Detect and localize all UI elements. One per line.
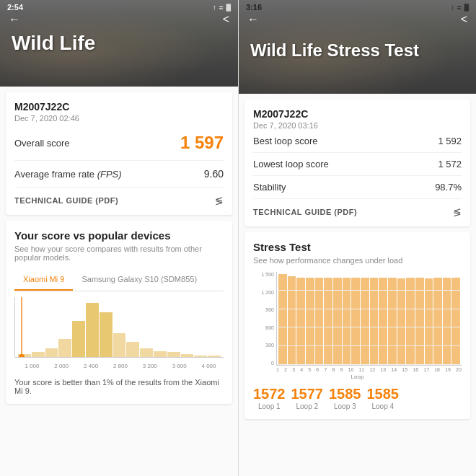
x-9: 9 [340,367,343,372]
x-11: 11 [359,367,365,372]
stress-bar-11 [370,278,379,365]
share-button[interactable]: < [223,13,229,26]
right-share-pdf-icon[interactable]: ≶ [453,206,462,218]
stress-bar-17 [425,278,433,365]
loop-score-1: 1572 Loop 1 [253,386,286,410]
right-device-date: Dec 7, 2020 03:16 [253,121,462,130]
stability-row: Stability 98.7% [253,176,462,199]
x-10: 10 [348,367,354,372]
y-label-900: 900 [265,307,274,312]
left-time: 2:54 [7,3,23,12]
stress-bar-2 [288,276,296,365]
x-15: 15 [402,367,407,372]
best-loop-row: Best loop score 1 592 [253,130,462,153]
x-5: 5 [308,367,311,372]
left-device-card: M2007J22C Dec 7, 2020 02:46 Overall scor… [6,92,232,215]
right-device-card: M2007J22C Dec 7, 2020 03:16 Best loop sc… [244,100,470,226]
stress-bar-3 [296,278,305,365]
loop-score-val-2: 1577 [291,386,324,402]
loop-score-2: 1577 Loop 2 [291,386,324,410]
x-17: 17 [423,367,429,372]
best-loop-label: Best loop score [253,136,318,146]
stress-subtitle: See how performance changes under load [253,256,462,265]
stability-value: 98.7% [435,182,462,193]
stress-bar-16 [415,278,424,365]
right-tech-guide-label: TECHNICAL GUIDE (PDF) [253,208,357,216]
r-signal-icon: ↑ [451,4,454,12]
left-tech-guide: TECHNICAL GUIDE (PDF) ≶ [14,195,224,206]
loop-score-label-3: Loop 3 [329,402,361,410]
left-comparison-card: Your score vs popular devices See how yo… [6,221,232,404]
x-axis-title: Loop [253,374,462,380]
x-axis-labels: 1 2 3 4 5 6 7 8 9 10 11 12 13 14 15 16 1 [253,367,462,372]
y-label-600: 600 [265,325,274,330]
left-overall-label: Overall score [14,138,70,149]
stress-bar-5 [315,278,324,365]
stress-bar-4 [306,278,314,365]
left-fps-label: Average frame rate (FPS) [14,169,122,180]
x-8: 8 [332,367,335,372]
right-time: 3:16 [246,3,262,12]
lowest-loop-row: Lowest loop score 1 572 [253,153,462,176]
right-share-button[interactable]: < [461,13,467,26]
back-button[interactable]: ← [9,13,20,26]
x-19: 19 [445,367,451,372]
right-status-icons: ↑ ≈ ▓ [451,4,469,12]
y-label-0: 0 [271,361,274,366]
left-score-row: Overall score 1 597 [14,133,224,161]
x-14: 14 [391,367,397,372]
y-axis: 1 500 1 200 900 600 300 0 [253,272,276,366]
stress-bar-19 [443,278,451,365]
x-label-1: 1 000 [25,363,39,369]
x-3: 3 [292,367,295,372]
right-back-button[interactable]: ← [247,13,259,26]
left-content: M2007J22C Dec 7, 2020 02:46 Overall scor… [0,87,238,476]
left-tabs: Xiaomi Mi 9 Samsung Galaxy S10 (SDM855) [14,269,224,291]
loop-score-val-3: 1585 [329,386,361,402]
right-device-name: M2007J22C [253,108,462,120]
left-tech-guide-label: TECHNICAL GUIDE (PDF) [14,196,118,205]
stress-chart: 1 500 1 200 900 600 300 0 [253,272,462,380]
y-label-300: 300 [265,343,274,348]
x-2: 2 [284,367,287,372]
x-7: 7 [324,367,327,372]
tab-samsung[interactable]: Samsung Galaxy S10 (SDM855) [73,269,206,291]
stress-bars [277,272,462,365]
loop-score-4: 1585 Loop 4 [367,386,400,410]
stress-bar-9 [351,278,360,365]
stress-bar-13 [388,278,397,365]
loop-score-val-4: 1585 [367,386,400,402]
x-label-7: 4 000 [201,363,216,369]
loop-score-3: 1585 Loop 3 [329,386,361,410]
left-share-pdf-icon[interactable]: ≶ [215,195,224,206]
stress-chart-inner: 1 500 1 200 900 600 300 0 [253,272,462,366]
x-label-6: 3 600 [172,363,187,369]
x-20: 20 [456,367,462,372]
left-fps-row: Average frame rate (FPS) 9.60 [14,168,224,188]
stress-bar-7 [333,278,342,365]
right-nav: ← < [239,13,476,26]
lowest-loop-label: Lowest loop score [253,159,329,169]
x-4: 4 [300,367,303,372]
x-label-4: 2 800 [113,363,128,369]
loop-score-val-1: 1572 [253,386,286,402]
stress-bar-1 [278,274,287,365]
right-content: M2007J22C Dec 7, 2020 03:16 Best loop sc… [239,94,476,476]
right-status-bar: 3:16 ↑ ≈ ▓ [239,0,476,14]
left-score-note: Your score is better than 1% of the resu… [14,378,224,395]
stress-bar-8 [343,278,351,365]
left-comparison-subtitle: See how your score compares with results… [14,244,224,262]
left-fps-value: 9.60 [204,168,224,180]
y-label-1200: 1 200 [261,290,274,295]
x-6: 6 [316,367,319,372]
stress-bars-container [276,272,462,366]
x-18: 18 [434,367,440,372]
tab-xiaomi[interactable]: Xiaomi Mi 9 [14,269,73,291]
y-label-1500: 1 500 [261,272,274,277]
x-label-5: 3 200 [143,363,157,369]
loop-score-label-1: Loop 1 [253,402,286,410]
left-device-date: Dec 7, 2020 02:46 [14,114,224,123]
signal-icon: ↑ [213,4,216,12]
x-label-2: 2 000 [54,363,69,369]
stress-bar-15 [406,278,415,365]
